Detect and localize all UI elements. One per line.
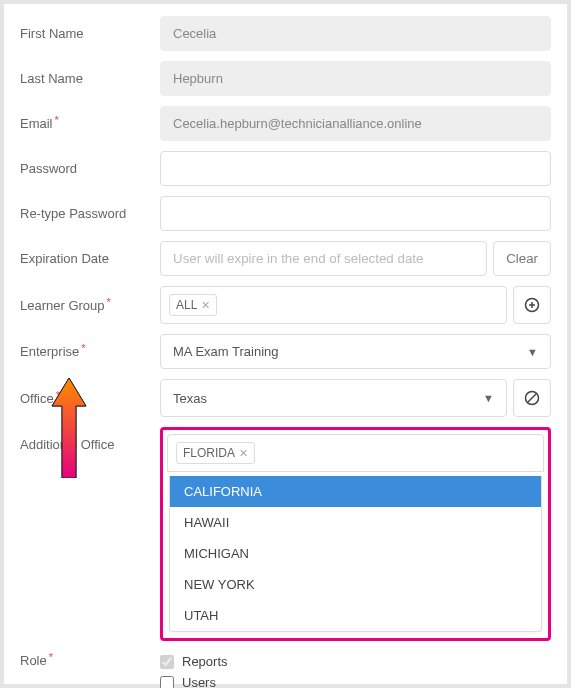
additional-office-input[interactable]: FLORIDA ✕ — [167, 434, 544, 472]
additional-office-dropdown: CALIFORNIA HAWAII MICHIGAN NEW YORK UTAH — [169, 476, 542, 632]
remove-tag-icon[interactable]: ✕ — [239, 447, 248, 460]
learner-group-tag-label: ALL — [176, 298, 197, 312]
dropdown-option[interactable]: CALIFORNIA — [170, 476, 541, 507]
clear-button[interactable]: Clear — [493, 241, 551, 276]
retype-password-input[interactable] — [160, 196, 551, 231]
learner-group-tag[interactable]: ALL ✕ — [169, 294, 217, 316]
add-learner-group-button[interactable] — [513, 286, 551, 324]
last-name-label: Last Name — [20, 71, 160, 86]
additional-office-highlight: FLORIDA ✕ CALIFORNIA HAWAII MICHIGAN NEW… — [160, 427, 551, 641]
role-label: Role — [20, 651, 160, 668]
email-label: Email — [20, 116, 160, 131]
checkbox-users[interactable]: Users — [160, 672, 551, 688]
first-name-field: Cecelia — [160, 16, 551, 51]
checkbox-input[interactable] — [160, 676, 174, 689]
chevron-down-icon: ▼ — [527, 346, 538, 358]
password-label: Password — [20, 161, 160, 176]
learner-group-input[interactable]: ALL ✕ — [160, 286, 507, 324]
last-name-field: Hepburn — [160, 61, 551, 96]
clear-office-button[interactable] — [513, 379, 551, 417]
cancel-icon — [524, 390, 540, 406]
chevron-down-icon: ▼ — [483, 392, 494, 404]
checkbox-label: Reports — [182, 654, 228, 669]
plus-circle-icon — [524, 297, 540, 313]
office-label: Office — [20, 391, 160, 406]
additional-office-tag[interactable]: FLORIDA ✕ — [176, 442, 255, 464]
learner-group-label: Learner Group — [20, 298, 160, 313]
enterprise-select[interactable]: MA Exam Training ▼ — [160, 334, 551, 369]
dropdown-option[interactable]: MICHIGAN — [170, 538, 541, 569]
office-value: Texas — [173, 391, 207, 406]
additional-office-label: Additional Office — [20, 427, 160, 452]
first-name-label: First Name — [20, 26, 160, 41]
checkbox-reports[interactable]: Reports — [160, 651, 551, 672]
expiration-date-label: Expiration Date — [20, 251, 160, 266]
expiration-date-input[interactable] — [160, 241, 487, 276]
email-field: Cecelia.hepburn@technicianalliance.onlin… — [160, 106, 551, 141]
checkbox-input[interactable] — [160, 655, 174, 669]
dropdown-option[interactable]: UTAH — [170, 600, 541, 631]
office-select[interactable]: Texas ▼ — [160, 379, 507, 417]
dropdown-option[interactable]: NEW YORK — [170, 569, 541, 600]
retype-password-label: Re-type Password — [20, 206, 160, 221]
enterprise-label: Enterprise — [20, 344, 160, 359]
additional-office-tag-label: FLORIDA — [183, 446, 235, 460]
dropdown-option[interactable]: HAWAII — [170, 507, 541, 538]
remove-tag-icon[interactable]: ✕ — [201, 299, 210, 312]
password-input[interactable] — [160, 151, 551, 186]
checkbox-label: Users — [182, 675, 216, 688]
enterprise-value: MA Exam Training — [173, 344, 279, 359]
